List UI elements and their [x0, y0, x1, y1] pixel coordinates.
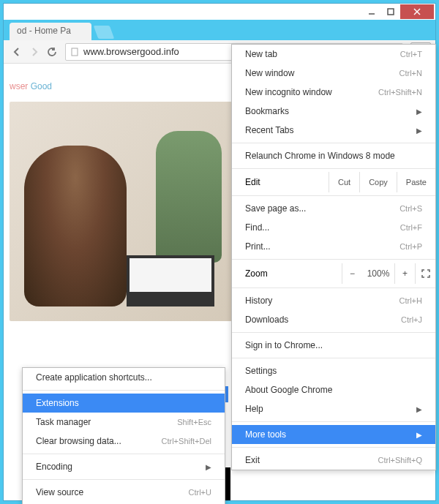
- menu-settings[interactable]: Settings: [232, 361, 435, 380]
- menu-help[interactable]: Help▶: [232, 399, 435, 418]
- chevron-right-icon: ▶: [416, 405, 422, 413]
- fullscreen-button[interactable]: [415, 263, 435, 284]
- chrome-main-menu: New tabCtrl+T New windowCtrl+N New incog…: [231, 44, 436, 470]
- tab-strip: od - Home Pa: [4, 20, 435, 40]
- menu-downloads[interactable]: DownloadsCtrl+J: [232, 310, 435, 329]
- edit-label: Edit: [245, 177, 329, 187]
- menu-history[interactable]: HistoryCtrl+H: [232, 291, 435, 310]
- chevron-right-icon: ▶: [416, 431, 422, 439]
- zoom-label: Zoom: [245, 268, 342, 279]
- menu-signin[interactable]: Sign in to Chrome...: [232, 336, 435, 355]
- menu-about[interactable]: About Google Chrome: [232, 380, 435, 399]
- more-tools-submenu: Create application shortcuts... Extensio…: [22, 367, 225, 504]
- site-logo: wser Good: [10, 71, 229, 94]
- menu-separator: [232, 168, 435, 169]
- chevron-right-icon: ▶: [416, 108, 422, 116]
- hero-section: wser Good: [10, 71, 229, 321]
- browser-tab[interactable]: od - Home Pa: [10, 23, 91, 40]
- chevron-right-icon: ▶: [416, 127, 422, 135]
- back-button[interactable]: [8, 43, 26, 61]
- menu-separator: [232, 332, 435, 333]
- svg-rect-4: [72, 48, 78, 56]
- minimize-button[interactable]: [362, 4, 381, 19]
- titlebar: [4, 4, 435, 20]
- cut-button[interactable]: Cut: [329, 172, 359, 192]
- close-button[interactable]: [400, 4, 434, 19]
- menu-print[interactable]: Print...Ctrl+P: [232, 237, 435, 256]
- menu-more-tools[interactable]: More tools▶: [232, 425, 435, 444]
- menu-separator: [232, 447, 435, 448]
- copy-button[interactable]: Copy: [359, 172, 397, 192]
- menu-zoom-row: Zoom − 100% +: [232, 263, 435, 285]
- submenu-extensions[interactable]: Extensions: [23, 394, 225, 413]
- submenu-view-source[interactable]: View sourceCtrl+U: [23, 483, 225, 502]
- menu-relaunch[interactable]: Relaunch Chrome in Windows 8 mode: [232, 146, 435, 165]
- menu-separator: [232, 358, 435, 358]
- menu-separator: [23, 454, 225, 454]
- hero-image: [10, 102, 244, 321]
- menu-separator: [232, 287, 435, 288]
- menu-save-as[interactable]: Save page as...Ctrl+S: [232, 199, 435, 218]
- menu-edit-row: Edit Cut Copy Paste: [232, 172, 435, 192]
- zoom-value: 100%: [362, 268, 394, 279]
- maximize-button[interactable]: [381, 4, 400, 19]
- svg-rect-1: [388, 9, 394, 15]
- submenu-task-manager[interactable]: Task managerShift+Esc: [23, 413, 225, 432]
- reload-button[interactable]: [43, 43, 61, 61]
- zoom-in-button[interactable]: +: [394, 263, 415, 284]
- menu-separator: [232, 143, 435, 143]
- menu-separator: [232, 259, 435, 260]
- submenu-encoding[interactable]: Encoding▶: [23, 457, 225, 476]
- zoom-out-button[interactable]: −: [342, 263, 362, 284]
- submenu-clear-data[interactable]: Clear browsing data...Ctrl+Shift+Del: [23, 432, 225, 451]
- menu-bookmarks[interactable]: Bookmarks▶: [232, 102, 435, 121]
- menu-separator: [232, 421, 435, 422]
- forward-button[interactable]: [26, 43, 43, 61]
- menu-separator: [232, 195, 435, 196]
- menu-exit[interactable]: ExitCtrl+Shift+Q: [232, 451, 435, 470]
- menu-new-window[interactable]: New windowCtrl+N: [232, 64, 435, 83]
- chevron-right-icon: ▶: [206, 463, 211, 471]
- menu-recent-tabs[interactable]: Recent Tabs▶: [232, 121, 435, 140]
- paste-button[interactable]: Paste: [397, 172, 435, 192]
- submenu-create-shortcuts[interactable]: Create application shortcuts...: [23, 368, 225, 387]
- menu-separator: [23, 390, 225, 391]
- page-icon: [70, 48, 79, 56]
- menu-new-tab[interactable]: New tabCtrl+T: [232, 45, 435, 64]
- new-tab-button[interactable]: [94, 26, 115, 39]
- menu-new-incognito[interactable]: New incognito windowCtrl+Shift+N: [232, 83, 435, 102]
- menu-separator: [23, 479, 225, 480]
- menu-find[interactable]: Find...Ctrl+F: [232, 218, 435, 237]
